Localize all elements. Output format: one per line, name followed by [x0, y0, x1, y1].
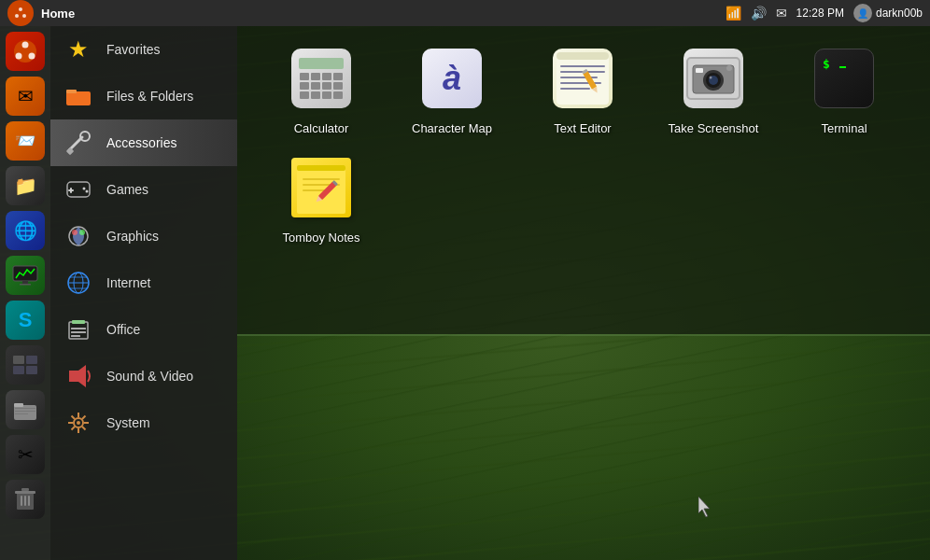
sidebar-label-games: Games: [106, 182, 148, 197]
svg-rect-26: [66, 91, 91, 105]
svg-point-5: [22, 42, 29, 49]
calculator-label: Calculator: [294, 121, 349, 135]
dock-item-skype[interactable]: S: [6, 301, 45, 340]
dock-item-ubuntu[interactable]: [6, 32, 45, 71]
graphics-icon: [63, 221, 93, 251]
svg-rect-14: [26, 366, 37, 374]
terminal-label: Terminal: [821, 121, 867, 135]
system-icon: [63, 408, 93, 438]
svg-rect-23: [21, 496, 22, 506]
svg-point-2: [15, 14, 19, 18]
dock-item-folder[interactable]: 📁: [6, 166, 45, 205]
sidebar-item-accessories[interactable]: Accessories: [50, 119, 237, 166]
texteditor-label: Text Editor: [554, 121, 611, 135]
svg-point-1: [19, 7, 22, 11]
tomboy-label: Tomboy Notes: [282, 231, 359, 245]
panel-user[interactable]: 👤 darkn00b: [853, 4, 923, 22]
app-terminal[interactable]: $ Terminal: [788, 45, 900, 135]
svg-point-3: [22, 14, 26, 18]
svg-rect-62: [557, 52, 609, 60]
svg-point-52: [77, 421, 80, 425]
svg-rect-65: [560, 77, 598, 78]
dock-item-scissors[interactable]: ✂: [6, 435, 45, 474]
app-take-screenshot[interactable]: Take Screenshot: [657, 45, 769, 135]
app-text-editor[interactable]: Text Editor: [527, 45, 639, 135]
app-calculator[interactable]: Calculator: [265, 45, 377, 135]
svg-point-6: [16, 53, 22, 60]
svg-point-36: [86, 190, 89, 193]
sidebar-item-graphics[interactable]: Graphics: [50, 213, 237, 259]
wifi-icon: 📶: [726, 6, 741, 21]
dock-item-trash[interactable]: [6, 480, 45, 519]
svg-rect-83: [303, 178, 340, 180]
svg-line-60: [72, 427, 76, 430]
panel-left: Home: [7, 0, 75, 26]
svg-rect-34: [68, 189, 74, 191]
sidebar-label-sound-video: Sound & Video: [106, 369, 193, 384]
svg-rect-67: [560, 88, 590, 90]
svg-point-78: [710, 77, 712, 79]
svg-rect-21: [15, 491, 35, 494]
dock-item-mail1[interactable]: ✉: [6, 77, 45, 116]
svg-point-38: [72, 230, 78, 235]
svg-marker-50: [69, 365, 86, 387]
sidebar-label-graphics: Graphics: [106, 229, 159, 244]
sidebar-label-office: Office: [106, 322, 140, 337]
panel-time: 12:28 PM: [796, 7, 844, 20]
volume-icon: 🔊: [751, 6, 767, 21]
svg-line-58: [82, 427, 86, 430]
panel-title: Home: [41, 7, 75, 21]
svg-rect-24: [24, 496, 26, 506]
app-character-map[interactable]: à Character Map: [396, 45, 508, 135]
texteditor-icon: [553, 49, 613, 108]
sidebar-item-favorites[interactable]: ★ Favorites: [50, 26, 237, 73]
calculator-icon-wrapper: [288, 45, 355, 112]
sidebar-item-system[interactable]: System: [50, 399, 237, 446]
mail-icon: ✉: [776, 6, 787, 21]
svg-rect-47: [71, 328, 86, 329]
dock-item-files2[interactable]: [6, 390, 45, 429]
games-icon: [63, 175, 93, 204]
terminal-icon: $: [814, 49, 874, 108]
svg-rect-82: [297, 165, 345, 171]
app-tomboy-notes[interactable]: Tomboy Notes: [265, 154, 377, 245]
svg-line-59: [82, 416, 86, 420]
svg-rect-10: [20, 284, 31, 286]
svg-rect-66: [560, 82, 601, 84]
ubuntu-menu-button[interactable]: [7, 0, 34, 26]
terminal-icon-wrapper: $: [810, 45, 878, 112]
sidebar-item-files[interactable]: Files & Folders: [50, 73, 237, 119]
sidebar: ★ Favorites Files & Folders Accessories: [50, 26, 237, 560]
svg-rect-27: [66, 90, 77, 93]
dock-item-places[interactable]: 🌐: [6, 211, 45, 250]
svg-rect-48: [71, 331, 86, 333]
folder-icon: [63, 81, 93, 111]
svg-line-57: [72, 416, 76, 420]
svg-rect-18: [15, 411, 35, 412]
accessories-icon: [63, 128, 93, 158]
panel-separator: [237, 334, 930, 336]
svg-rect-16: [14, 403, 23, 407]
svg-rect-17: [15, 408, 35, 409]
office-icon: [63, 315, 93, 344]
sound-video-icon: [63, 361, 93, 391]
sidebar-item-sound-video[interactable]: Sound & Video: [50, 353, 237, 399]
sidebar-item-games[interactable]: Games: [50, 166, 237, 213]
svg-rect-25: [28, 496, 30, 506]
top-panel: Home 📶 🔊 ✉ 12:28 PM 👤 darkn00b: [0, 0, 930, 26]
svg-rect-9: [22, 281, 28, 284]
bottom-desktop: [237, 336, 930, 560]
dock-item-monitor[interactable]: [6, 256, 45, 295]
svg-rect-11: [13, 356, 24, 364]
app-panel: Calculator à Character Map: [237, 26, 930, 334]
left-dock: ✉ 📨 📁 🌐 S: [0, 26, 50, 560]
sidebar-item-internet[interactable]: Internet: [50, 259, 237, 306]
screenshot-icon: [683, 49, 743, 108]
sidebar-item-office[interactable]: Office: [50, 306, 237, 353]
svg-rect-19: [15, 413, 28, 414]
panel-right: 📶 🔊 ✉ 12:28 PM 👤 darkn00b: [726, 4, 923, 22]
dock-item-mail2[interactable]: 📨: [6, 121, 45, 161]
charmap-label: Character Map: [412, 121, 492, 135]
dock-item-workspace[interactable]: [6, 345, 45, 385]
sidebar-label-internet: Internet: [106, 275, 150, 290]
